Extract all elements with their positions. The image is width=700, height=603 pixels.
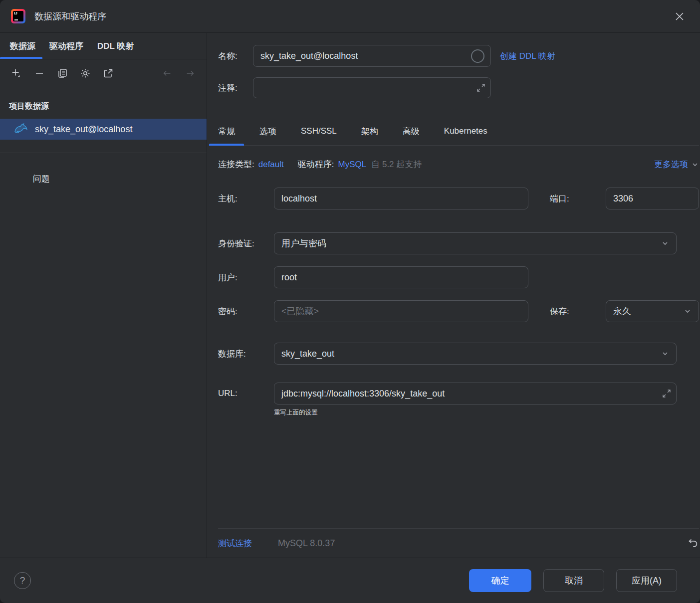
database-row: 数据库: sky_take_out [218, 343, 699, 365]
tab-schemas[interactable]: 架构 [352, 117, 387, 145]
comment-field-box [253, 77, 491, 98]
datasource-toolbar [0, 59, 207, 87]
back-arrow-icon[interactable] [162, 68, 173, 79]
tab-kubernetes[interactable]: Kubernetes [435, 117, 496, 145]
host-input[interactable] [274, 194, 528, 204]
user-label: 用户: [218, 272, 274, 283]
password-save-row: 密码: 保存: 永久 [218, 300, 699, 322]
datasource-name: sky_take_out@localhost [35, 124, 132, 135]
add-icon[interactable] [11, 68, 22, 79]
host-label: 主机: [218, 193, 274, 204]
driver-support-note: 自 5.2 起支持 [371, 159, 422, 170]
save-label: 保存: [550, 306, 606, 317]
port-input[interactable] [606, 194, 699, 204]
password-input[interactable] [274, 306, 528, 317]
name-row: 名称: 创建 DDL 映射 [218, 45, 699, 67]
close-icon[interactable] [671, 8, 688, 25]
user-row: 用户: [218, 266, 699, 288]
left-tab-bar: 数据源 驱动程序 DDL 映射 [0, 33, 207, 59]
user-input[interactable] [274, 272, 528, 283]
dialog-footer: ? 确定 取消 应用(A) [0, 558, 700, 603]
chevron-down-icon [691, 161, 699, 169]
chevron-down-icon [661, 350, 669, 358]
database-select[interactable]: sky_take_out [274, 343, 677, 365]
chevron-down-icon [684, 307, 692, 315]
datasource-list-item-selected[interactable]: sky_take_out@localhost [0, 119, 207, 140]
name-field-box [253, 45, 491, 67]
name-label: 名称: [218, 50, 253, 62]
footer-buttons: 确定 取消 应用(A) [469, 569, 677, 592]
reset-changes-icon[interactable] [687, 537, 699, 549]
driver-label: 驱动程序: [298, 159, 334, 170]
settings-tab-bar: 常规 选项 SSH/SSL 架构 高级 Kubernetes [209, 117, 699, 146]
tab-options[interactable]: 选项 [250, 117, 285, 145]
dialog-title: 数据源和驱动程序 [34, 10, 106, 22]
gear-icon[interactable] [80, 68, 91, 79]
user-field-box [274, 266, 528, 288]
url-override-hint: 重写上面的设置 [274, 408, 699, 417]
tab-ssh-ssl[interactable]: SSH/SSL [292, 117, 346, 145]
tab-advanced[interactable]: 高级 [394, 117, 429, 145]
title-bar: IJ 数据源和驱动程序 [0, 0, 700, 33]
tab-general[interactable]: 常规 [209, 117, 244, 145]
password-label: 密码: [218, 306, 274, 317]
ok-button[interactable]: 确定 [469, 569, 531, 592]
test-connection-row: 测试连接 MySQL 8.0.37 [218, 528, 699, 558]
connection-type-value-link[interactable]: default [258, 160, 284, 170]
authentication-select[interactable]: 用户与密码 [274, 232, 677, 254]
name-input[interactable] [253, 51, 490, 61]
problems-section[interactable]: 问题 [0, 173, 207, 185]
duplicate-icon[interactable] [57, 68, 68, 79]
authentication-label: 身份验证: [218, 238, 274, 249]
comment-input[interactable] [253, 83, 490, 93]
connection-type-row: 连接类型: default 驱动程序: MySQL 自 5.2 起支持 更多选项 [218, 159, 699, 170]
chevron-down-icon [661, 239, 669, 247]
expand-editor-icon[interactable] [662, 389, 671, 398]
test-connection-link[interactable]: 测试连接 [218, 538, 252, 549]
intellij-idea-logo-icon: IJ [11, 9, 25, 23]
open-in-new-icon[interactable] [103, 68, 114, 79]
driver-value-link[interactable]: MySQL [338, 160, 367, 170]
database-label: 数据库: [218, 348, 274, 360]
url-row: URL: [218, 383, 699, 404]
host-port-row: 主机: 端口: [218, 188, 699, 209]
mysql-dolphin-icon [14, 122, 28, 137]
driver-version-text: MySQL 8.0.37 [278, 538, 335, 549]
left-panel: 数据源 驱动程序 DDL 映射 [0, 33, 207, 558]
dialog-body: 数据源 驱动程序 DDL 映射 [0, 33, 700, 558]
more-options-link[interactable]: 更多选项 [654, 159, 699, 170]
password-field-box [274, 300, 528, 322]
url-label: URL: [218, 389, 274, 399]
comment-label: 注释: [218, 82, 253, 94]
comment-row: 注释: [218, 77, 699, 98]
host-field-box [274, 188, 528, 209]
authentication-row: 身份验证: 用户与密码 [218, 232, 699, 254]
url-field-box [274, 383, 677, 404]
tab-ddl-mappings[interactable]: DDL 映射 [90, 33, 141, 59]
tab-drivers[interactable]: 驱动程序 [42, 33, 90, 59]
save-select[interactable]: 永久 [606, 300, 699, 322]
connection-type-label: 连接类型: [218, 159, 254, 170]
right-panel: 名称: 创建 DDL 映射 注释: 常规 [207, 33, 700, 558]
remove-icon[interactable] [34, 68, 45, 79]
create-ddl-mapping-link[interactable]: 创建 DDL 映射 [500, 50, 555, 62]
url-input[interactable] [274, 389, 676, 399]
expand-editor-icon[interactable] [476, 83, 485, 92]
port-label: 端口: [550, 193, 606, 204]
port-field-box [606, 188, 699, 209]
tab-data-sources[interactable]: 数据源 [0, 33, 42, 59]
cancel-button[interactable]: 取消 [543, 569, 604, 592]
left-panel-divider [0, 153, 207, 153]
apply-button[interactable]: 应用(A) [616, 569, 677, 592]
project-datasources-header: 项目数据源 [0, 101, 207, 112]
data-sources-dialog: IJ 数据源和驱动程序 数据源 驱动程序 DDL 映射 [0, 0, 700, 603]
help-icon[interactable]: ? [14, 572, 31, 589]
forward-arrow-icon[interactable] [185, 68, 196, 79]
name-status-ring-icon [471, 49, 484, 63]
